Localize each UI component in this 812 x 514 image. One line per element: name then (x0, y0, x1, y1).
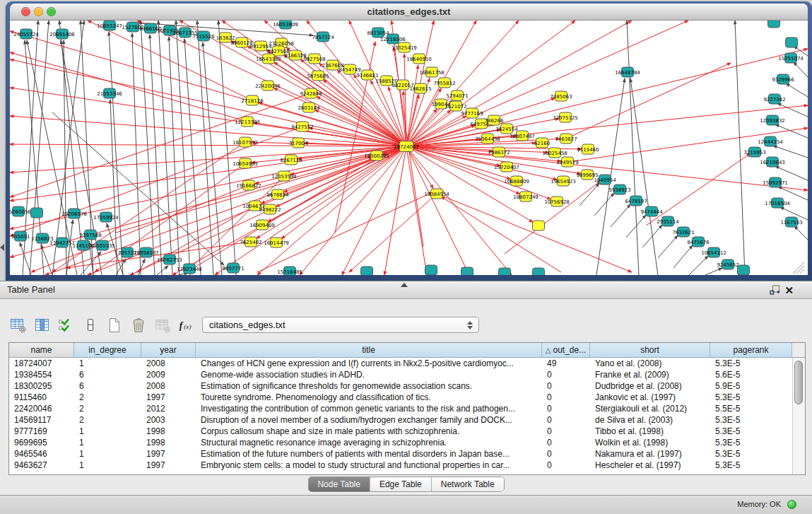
graph-node[interactable]: 3624554 (495, 124, 518, 134)
table-cell[interactable]: Structural magnetic resonance image aver… (196, 437, 542, 448)
table-cell[interactable]: 0 (542, 392, 590, 403)
graph-edge[interactable] (658, 235, 678, 258)
graph-edge[interactable] (646, 153, 751, 226)
graph-edge[interactable] (505, 181, 601, 254)
splitter-handle-icon[interactable] (401, 283, 408, 287)
tab-network-table[interactable]: Network Table (431, 477, 504, 491)
table-cell[interactable]: Corpus callosum shape and size in male p… (196, 426, 542, 437)
table-cell[interactable]: Genome-wide association studies in ADHD. (196, 369, 542, 380)
table-cell[interactable]: Estimation of significance thresholds fo… (196, 380, 542, 392)
graph-node[interactable] (425, 265, 437, 275)
graph-node[interactable]: 12975125 (553, 112, 578, 122)
table-cell[interactable]: 14569117 (9, 414, 74, 426)
graph-edge[interactable] (406, 146, 433, 188)
graph-node[interactable]: 5875685 (307, 71, 329, 81)
citation-network-graph[interactable]: 2405572420691406106552471527602846616010… (10, 21, 808, 275)
table-cell[interactable]: 0 (542, 460, 590, 471)
column-header-in_degree[interactable]: in_degree (74, 343, 141, 358)
new-table-icon[interactable] (106, 317, 123, 334)
table-cell[interactable]: Franke et al. (2009) (590, 369, 710, 380)
graph-edge[interactable] (257, 192, 433, 272)
graph-edge[interactable] (794, 226, 808, 240)
table-cell[interactable]: 1 (74, 437, 141, 448)
table-cell[interactable]: 0 (542, 403, 590, 414)
collapse-west-panel-icon[interactable] (0, 244, 4, 251)
graph-node[interactable]: 9474444 (640, 206, 663, 216)
graph-edge[interactable] (110, 100, 117, 275)
table-cell[interactable]: Hescheler et al. (1997) (590, 460, 710, 471)
vertical-scrollbar[interactable] (792, 358, 805, 474)
table-cell[interactable]: 5.6E-5 (710, 369, 792, 380)
table-cell[interactable]: Tourette syndrome. Phenomenology and cla… (196, 392, 542, 403)
graph-node[interactable]: 9777169 (461, 108, 483, 118)
table-cell[interactable]: de Silva et al. (2003) (590, 414, 710, 426)
table-row[interactable]: 1830029562008Estimation of significance … (9, 380, 805, 392)
table-cell[interactable]: 5.9E-5 (710, 380, 792, 392)
table-cell[interactable]: 2012 (141, 403, 196, 414)
graph-node[interactable] (533, 221, 545, 230)
window-titlebar[interactable]: citations_edges.txt (10, 4, 808, 21)
table-cell[interactable]: Wolkin et al. (1998) (590, 437, 710, 448)
graph-node[interactable]: 12093832 (760, 115, 785, 125)
graph-edge[interactable] (139, 259, 145, 275)
column-header-title[interactable]: title (196, 343, 542, 358)
table-cell[interactable]: 5.3E-5 (710, 437, 792, 448)
table-cell[interactable]: Yano et al. (2008) (590, 358, 710, 369)
table-cell[interactable]: 1 (74, 448, 141, 460)
graph-node[interactable]: 15751074 (778, 53, 804, 63)
graph-edge[interactable] (777, 103, 808, 117)
graph-edge[interactable] (132, 33, 141, 275)
graph-edge[interactable] (773, 146, 808, 158)
graph-node[interactable]: 2935114 (657, 216, 679, 226)
graph-node[interactable]: 6479197 (625, 196, 647, 206)
graph-node[interactable]: 1167533 (780, 217, 802, 227)
graph-edge[interactable] (150, 35, 162, 275)
graph-node[interactable]: 7485063 (550, 91, 572, 101)
graph-node[interactable]: 9329966 (772, 74, 794, 84)
tab-node-table[interactable]: Node Table (308, 477, 370, 491)
table-cell[interactable]: 0 (542, 369, 590, 380)
memory-status-icon[interactable] (787, 500, 796, 509)
graph-edge[interactable] (642, 225, 662, 247)
graph-node[interactable]: 1949579 (556, 157, 578, 167)
graph-edge[interactable] (349, 194, 437, 272)
table-cell[interactable]: 6 (74, 380, 141, 392)
table-row[interactable]: 1456911722003Disruption of a novel membe… (9, 414, 805, 426)
table-cell[interactable]: 2 (74, 392, 141, 403)
graph-edge[interactable] (689, 256, 708, 275)
graph-edge[interactable] (735, 21, 745, 275)
graph-node[interactable]: 16648784 (615, 67, 640, 77)
column-visibility-icon[interactable] (34, 317, 51, 334)
column-header-out_de[interactable]: △out_de... (542, 343, 590, 358)
table-row[interactable]: 2242004622012Investigating the contribut… (9, 403, 805, 414)
delete-table-icon[interactable] (130, 317, 147, 334)
table-cell[interactable]: 5.3E-5 (710, 448, 792, 460)
graph-edge[interactable] (566, 63, 731, 139)
resize-grip-icon[interactable] (793, 262, 804, 274)
graph-node[interactable]: 9227342 (763, 94, 785, 104)
scrollbar-thumb[interactable] (794, 361, 803, 404)
graph-node[interactable]: 62160 (534, 138, 550, 148)
graph-node[interactable]: 10025458 (542, 148, 567, 158)
graph-node[interactable]: 7632621 (672, 227, 694, 237)
graph-edge[interactable] (116, 259, 126, 275)
graph-node[interactable]: 12444154 (758, 136, 783, 146)
graph-edge[interactable] (218, 21, 236, 275)
table-cell[interactable]: Changes of HCN gene expression and I(f) … (196, 358, 542, 369)
column-header-year[interactable]: year (141, 343, 196, 358)
graph-node[interactable]: 10655247 (97, 21, 122, 30)
table-cell[interactable]: 2 (74, 414, 141, 426)
float-panel-icon[interactable] (770, 285, 781, 295)
graph-node[interactable]: 935051 (11, 231, 30, 241)
graph-node[interactable]: 24055724 (13, 29, 39, 39)
table-cell[interactable]: 0 (542, 380, 590, 392)
graph-node[interactable]: 8678834 (266, 189, 289, 199)
table-cell[interactable]: 49 (542, 358, 590, 369)
graph-edge[interactable] (158, 21, 172, 275)
graph-edge[interactable] (786, 83, 808, 97)
graph-node[interactable]: 16210643 (760, 157, 785, 167)
network-view[interactable]: 2405572420691406106552471527602846616010… (10, 21, 808, 275)
table-cell[interactable]: 9115460 (9, 392, 74, 403)
table-cell[interactable]: 22420046 (9, 403, 74, 414)
column-header-short[interactable]: short (590, 343, 710, 358)
